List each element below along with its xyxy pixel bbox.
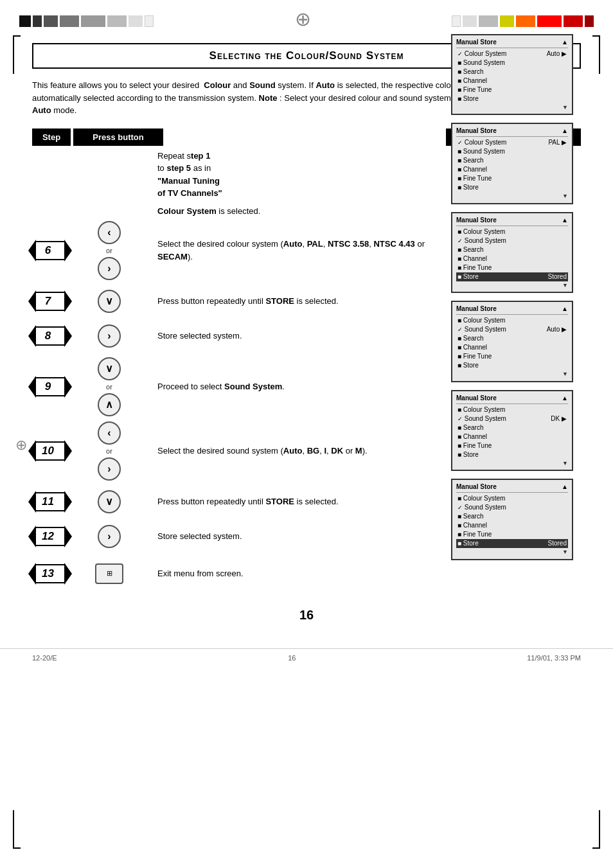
step-6-desc: Select the desired colour system (Auto, … — [151, 238, 446, 263]
table-row: 9 ∨ or ∧ Proceed to select Sound System. — [32, 357, 446, 416]
page-number: 16 — [32, 608, 581, 623]
right-arrow-button[interactable]: › — [98, 257, 121, 280]
step-10-buttons: ‹ or › — [67, 421, 151, 481]
step-7-buttons: ∨ — [67, 290, 151, 313]
step-13-num: 13 — [32, 564, 67, 583]
step-8-buttons: › — [67, 324, 151, 348]
footer: 12-20/E 16 11/9/01, 3:33 PM — [0, 648, 613, 667]
step-9-buttons: ∨ or ∧ — [67, 357, 151, 416]
step-12-buttons: › — [67, 525, 151, 548]
left-arrow-button-2[interactable]: ‹ — [98, 421, 121, 445]
step-11-num: 11 — [32, 492, 67, 511]
step-6-num: 6 — [32, 241, 67, 260]
step-13-buttons: ⊞ — [67, 563, 151, 584]
up-arrow-button[interactable]: ∧ — [98, 393, 121, 416]
down-arrow-button-2[interactable]: ∨ — [98, 357, 121, 380]
table-row: 6 ‹ or › Select the desired colour syste… — [32, 221, 446, 280]
left-color-strip — [19, 15, 154, 27]
left-crosshair: ⊕ — [15, 437, 27, 454]
right-arrow-button-2[interactable]: › — [98, 324, 121, 348]
top-decoration: ⊕ — [0, 0, 613, 37]
step-9-desc: Proceed to select Sound System. — [151, 380, 446, 393]
step-9-num: 9 — [32, 377, 67, 396]
table-row: Repeat step 1to step 5 as in"Manual Tuni… — [32, 150, 446, 200]
step-1-desc: Colour System is selected. — [157, 206, 446, 216]
or-label-2: or — [106, 383, 112, 391]
down-arrow-button-3[interactable]: ∨ — [98, 490, 121, 513]
step-11-desc: Press button repeatedly until STORE is s… — [151, 495, 446, 508]
table-row: 11 ∨ Press button repeatedly until STORE… — [32, 486, 446, 518]
footer-left: 12-20/E — [32, 654, 57, 662]
footer-right: 11/9/01, 3:33 PM — [527, 654, 581, 662]
left-arrow-button[interactable]: ‹ — [98, 221, 121, 244]
table-row: 13 ⊞ Exit menu from screen. — [32, 558, 446, 590]
screen-result-4: Manual Store▲ ■ Colour System ✓ Sound Sy… — [451, 301, 573, 382]
table-row: 10 ‹ or › Select the desired sound syste… — [32, 421, 446, 481]
content-area: Repeat step 1to step 5 as in"Manual Tuni… — [32, 150, 581, 601]
step-description: Repeat step 1to step 5 as in"Manual Tuni… — [151, 150, 446, 200]
step-7-num: 7 — [32, 292, 67, 311]
step-13-desc: Exit menu from screen. — [151, 567, 446, 580]
screen-result-1: Manual Store▲ ✓ Colour SystemAuto ▶ ■ So… — [451, 34, 573, 116]
step-header: Step — [32, 128, 71, 146]
table-row: 8 › Store selected system. — [32, 320, 446, 352]
down-arrow-button[interactable]: ∨ — [98, 290, 121, 313]
or-label: or — [106, 247, 112, 254]
right-color-strip — [452, 15, 594, 27]
step-12-num: 12 — [32, 527, 67, 546]
step-8-desc: Store selected system. — [151, 330, 446, 342]
press-button-header: Press button — [73, 128, 163, 146]
center-crosshair: ⊕ — [154, 12, 452, 30]
table-row: 12 › Store selected system. — [32, 520, 446, 553]
step-12-desc: Store selected system. — [151, 530, 446, 543]
step-8-num: 8 — [32, 326, 67, 346]
screen-result-3: Manual Store▲ ■ Colour System ✓ Sound Sy… — [451, 212, 573, 294]
screen-result-5: Manual Store▲ ■ Colour System ✓ Sound Sy… — [451, 390, 573, 472]
or-label-3: or — [106, 447, 112, 455]
footer-center: 16 — [288, 654, 296, 662]
step-6-buttons: ‹ or › — [67, 221, 151, 280]
step-10-num: 10 — [32, 441, 67, 461]
right-arrow-button-3[interactable]: › — [98, 457, 121, 481]
screen-result-6: Manual Store▲ ■ Colour System ✓ Sound Sy… — [451, 479, 573, 560]
step-11-buttons: ∨ — [67, 490, 151, 513]
screen-result-2: Manual Store▲ ✓ Colour SystemPAL ▶ ■ Sou… — [451, 123, 573, 204]
screen-results: Manual Store▲ ✓ Colour SystemAuto ▶ ■ So… — [446, 34, 581, 601]
right-arrow-button-4[interactable]: › — [98, 525, 121, 548]
step-10-desc: Select the desired sound system (Auto, B… — [151, 445, 446, 457]
table-row: 7 ∨ Press button repeatedly until STORE … — [32, 285, 446, 317]
step-7-desc: Press button repeatedly until STORE is s… — [151, 295, 446, 308]
menu-button[interactable]: ⊞ — [95, 563, 123, 584]
steps-left: Repeat step 1to step 5 as in"Manual Tuni… — [32, 150, 446, 601]
